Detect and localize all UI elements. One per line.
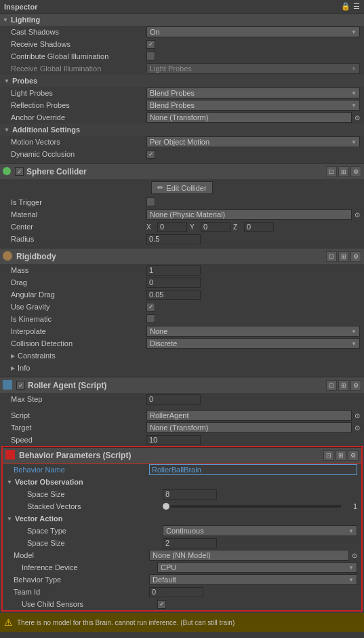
drag-input[interactable]: [146, 278, 201, 288]
is-trigger-value: [146, 198, 360, 208]
sphere-collider-reference-icon[interactable]: ⊡: [326, 166, 337, 177]
reflection-probes-dropdown-wrap[interactable]: Blend Probes ▼: [146, 100, 360, 111]
collision-detection-dropdown-wrap[interactable]: Discrete ▼: [146, 338, 360, 349]
center-y-input[interactable]: [201, 222, 230, 232]
is-trigger-checkbox[interactable]: [146, 198, 155, 206]
radius-input[interactable]: [146, 234, 201, 244]
rigidbody-layout-icon[interactable]: ⊞: [338, 251, 349, 262]
rigidbody-gear-icon[interactable]: ⚙: [350, 251, 361, 262]
angular-drag-value: [146, 290, 360, 300]
contribute-gi-checkbox[interactable]: [146, 52, 155, 60]
collision-detection-arrow: ▼: [351, 341, 357, 347]
center-x-input[interactable]: [157, 222, 187, 232]
behavior-type-dropdown-wrap[interactable]: Default ▼: [149, 574, 357, 585]
vector-action-header-row[interactable]: ▼ Vector Action: [3, 512, 361, 525]
bp-gear-icon[interactable]: ⚙: [348, 450, 359, 461]
script-dropdown[interactable]: RollerAgent: [146, 410, 352, 421]
space-type-dropdown[interactable]: Continuous ▼: [163, 525, 357, 536]
stacked-vectors-slider-track[interactable]: [163, 505, 341, 508]
collision-detection-dropdown[interactable]: Discrete ▼: [146, 338, 360, 349]
inference-device-dropdown-wrap[interactable]: CPU ▼: [157, 562, 357, 573]
sphere-collider-layout-icon[interactable]: ⊞: [338, 166, 349, 177]
model-circle-icon[interactable]: ⊙: [352, 552, 357, 559]
sc-material-dropdown[interactable]: None (Physic Material): [146, 209, 352, 220]
space-type-dropdown-wrap[interactable]: Continuous ▼: [163, 525, 357, 536]
use-gravity-checkbox[interactable]: [146, 303, 155, 312]
rigidbody-title: Rigidbody: [16, 252, 326, 261]
receive-shadows-checkbox[interactable]: [146, 40, 155, 49]
sc-material-circle-icon[interactable]: ⊙: [355, 211, 360, 219]
drag-row: Drag: [0, 276, 364, 288]
reflection-probes-dropdown[interactable]: Blend Probes ▼: [146, 100, 360, 111]
menu-icon[interactable]: ☰: [353, 2, 360, 11]
target-dropdown[interactable]: None (Transform): [146, 422, 352, 433]
sphere-collider-actions: ⊡ ⊞ ⚙: [326, 166, 361, 177]
cast-shadows-value[interactable]: On ▼: [146, 26, 360, 37]
motion-vectors-dropdown[interactable]: Per Object Motion ▼: [146, 136, 360, 147]
receive-gi-dropdown[interactable]: Light Probes ▼: [146, 63, 360, 74]
script-value-wrap[interactable]: RollerAgent ⊙: [146, 410, 360, 421]
roller-agent-gear-icon[interactable]: ⚙: [350, 380, 361, 391]
max-step-input[interactable]: [146, 394, 201, 405]
behavior-name-label: Behavior Name: [14, 466, 149, 474]
lock-icon[interactable]: 🔒: [341, 2, 350, 11]
sphere-collider-gear-icon[interactable]: ⚙: [350, 166, 361, 177]
light-probes-dropdown-wrap[interactable]: Blend Probes ▼: [146, 88, 360, 98]
motion-vectors-arrow: ▼: [351, 139, 357, 145]
stacked-vectors-slider-thumb[interactable]: [163, 503, 169, 510]
stacked-vectors-row: Stacked Vectors 1: [3, 500, 361, 512]
probes-header-row[interactable]: ▼ Probes: [0, 75, 364, 87]
use-child-sensors-checkbox[interactable]: [157, 600, 166, 609]
use-child-sensors-value: [157, 599, 357, 609]
script-circle-icon[interactable]: ⊙: [355, 412, 360, 419]
anchor-override-value-wrap[interactable]: None (Transform) ⊙: [146, 112, 360, 123]
additional-settings-header-row[interactable]: ▼ Additional Settings: [0, 124, 364, 136]
team-id-input[interactable]: [149, 587, 203, 597]
lighting-section-header[interactable]: ▼ Lighting: [0, 14, 364, 26]
sc-material-value-wrap[interactable]: None (Physic Material) ⊙: [146, 209, 360, 220]
rigidbody-reference-icon[interactable]: ⊡: [326, 251, 337, 262]
behavior-type-dropdown[interactable]: Default ▼: [149, 574, 357, 585]
mass-row: Mass: [0, 264, 364, 276]
vector-observation-header-row[interactable]: ▼ Vector Observation: [3, 476, 361, 488]
light-probes-dropdown[interactable]: Blend Probes ▼: [146, 88, 360, 98]
info-row[interactable]: ▶ Info: [0, 362, 364, 374]
target-circle-icon[interactable]: ⊙: [355, 424, 360, 432]
anchor-override-dropdown[interactable]: None (Transform): [146, 112, 352, 123]
center-z-input[interactable]: [244, 222, 274, 232]
is-trigger-label: Is Trigger: [11, 198, 146, 206]
script-row: Script RollerAgent ⊙: [0, 409, 364, 421]
action-space-size-value: [163, 538, 357, 548]
angular-drag-input[interactable]: [146, 290, 201, 300]
mass-input[interactable]: [146, 265, 201, 276]
obs-space-size-input[interactable]: [163, 489, 217, 500]
constraints-row[interactable]: ▶ Constraints: [0, 350, 364, 362]
roller-agent-reference-icon[interactable]: ⊡: [326, 380, 337, 391]
header-icons: 🔒 ☰: [341, 2, 360, 11]
model-value-wrap[interactable]: None (NN Model) ⊙: [149, 550, 357, 561]
behavior-type-arrow: ▼: [348, 577, 354, 583]
behavior-name-input[interactable]: [149, 464, 357, 475]
bp-reference-icon[interactable]: ⊡: [323, 450, 334, 461]
is-kinematic-checkbox[interactable]: [146, 314, 155, 323]
interpolate-dropdown-wrap[interactable]: None ▼: [146, 326, 360, 337]
roller-agent-layout-icon[interactable]: ⊞: [338, 380, 349, 391]
action-space-size-input[interactable]: [163, 538, 217, 548]
receive-gi-dropdown-wrap[interactable]: Light Probes ▼: [146, 63, 360, 74]
speed-input[interactable]: [146, 435, 201, 445]
inference-device-dropdown[interactable]: CPU ▼: [157, 562, 357, 573]
stacked-vectors-slider-value: 1: [344, 502, 357, 510]
bp-layout-icon[interactable]: ⊞: [336, 450, 346, 461]
dynamic-occlusion-checkbox[interactable]: [146, 150, 155, 159]
edit-collider-button[interactable]: ✏ Edit Collider: [151, 181, 212, 194]
contribute-gi-label: Contribute Global Illumination: [11, 52, 146, 60]
interpolate-dropdown[interactable]: None ▼: [146, 326, 360, 337]
roller-agent-enable-checkbox[interactable]: [16, 381, 25, 390]
sphere-collider-enable-checkbox[interactable]: [15, 167, 24, 176]
cast-shadows-dropdown[interactable]: On ▼: [146, 26, 360, 37]
model-dropdown[interactable]: None (NN Model): [149, 550, 349, 561]
target-value-wrap[interactable]: None (Transform) ⊙: [146, 422, 360, 433]
anchor-override-circle-icon[interactable]: ⊙: [355, 114, 360, 121]
motion-vectors-dropdown-wrap[interactable]: Per Object Motion ▼: [146, 136, 360, 147]
probes-label: Probes: [12, 77, 148, 85]
